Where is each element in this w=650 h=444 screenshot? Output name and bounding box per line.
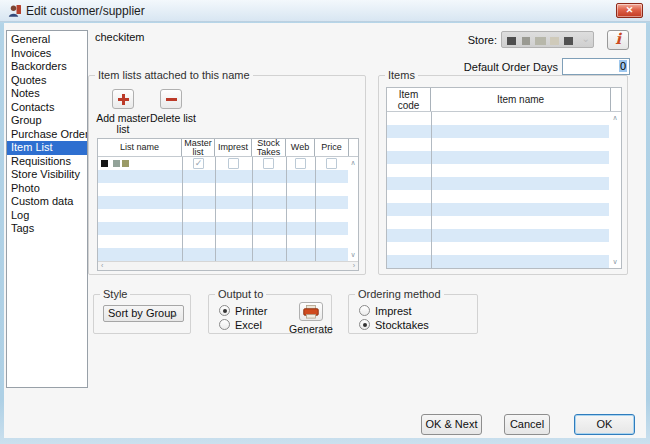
radio-selected-icon (359, 319, 370, 330)
item-lists-legend: Item lists attached to this name (95, 69, 253, 81)
column-header-item-code: Item code (387, 88, 431, 111)
column-divider (286, 157, 287, 261)
chevron-down-icon: ⌄ (582, 33, 590, 44)
close-button[interactable]: ✕ (616, 3, 643, 18)
column-divider (315, 157, 316, 261)
empty-row (387, 255, 611, 268)
add-master-list-button[interactable] (112, 89, 134, 109)
ok-and-next-button[interactable]: OK & Next (421, 414, 482, 435)
scroll-up-icon[interactable]: ∧ (609, 114, 621, 122)
items-table-header: Item code Item name (387, 88, 621, 112)
category-list: General Invoices Backorders Quotes Notes… (6, 30, 88, 388)
column-header-filler (611, 88, 621, 111)
items-table: Item code Item name ∧ ∨ (386, 87, 622, 269)
style-legend: Style (100, 288, 130, 300)
default-order-days-label: Default Order Days (424, 61, 558, 73)
store-label: Store: (442, 34, 497, 46)
item-lists-table-header: List name Master list Imprest Stock Take… (98, 139, 358, 157)
scroll-up-icon[interactable]: ∧ (348, 159, 358, 167)
empty-row (387, 164, 611, 177)
item-lists-rows: ✓ (98, 157, 349, 261)
empty-row (387, 112, 611, 125)
delete-list-button[interactable] (160, 89, 182, 109)
scroll-down-icon[interactable]: ∨ (348, 251, 358, 259)
price-checkbox[interactable] (326, 158, 337, 169)
item-lists-table: List name Master list Imprest Stock Take… (97, 138, 359, 271)
item-lists-empty-rows (98, 170, 349, 261)
output-legend: Output to (215, 288, 266, 300)
column-divider (431, 112, 432, 268)
redacted-text (522, 37, 530, 45)
column-header-web: Web (286, 139, 315, 156)
empty-row (387, 138, 611, 151)
sidebar-item-tags[interactable]: Tags (7, 222, 87, 236)
cancel-button[interactable]: Cancel (504, 414, 550, 435)
empty-row (387, 190, 611, 203)
column-divider (215, 157, 216, 261)
sidebar-item-backorders[interactable]: Backorders (7, 60, 87, 74)
sidebar-item-purchase-orders[interactable]: Purchase Orders (7, 128, 87, 142)
column-header-master-list: Master list (182, 139, 215, 156)
empty-row (98, 183, 349, 196)
radio-unselected-icon (219, 319, 230, 330)
scroll-right-icon[interactable]: › (353, 262, 355, 270)
output-group: Output to Printer Excel Generate (208, 294, 332, 334)
column-header-list-name: List name (98, 139, 182, 156)
column-header-imprest: Imprest (215, 139, 252, 156)
generate-button[interactable] (299, 302, 323, 321)
master-list-checkbox[interactable]: ✓ (193, 158, 204, 169)
items-group: Items Item code Item name ∧ ∨ (378, 75, 628, 275)
sidebar-item-log[interactable]: Log (7, 209, 87, 223)
vertical-scrollbar[interactable]: ∧ ∨ (609, 112, 621, 268)
horizontal-scrollbar[interactable]: ‹ › (98, 261, 358, 270)
column-header-stock-takes: Stock Takes (252, 139, 286, 156)
default-order-days-input[interactable]: 0 (562, 58, 630, 75)
plus-icon (117, 93, 130, 106)
web-checkbox[interactable] (295, 158, 306, 169)
sort-style-select[interactable]: Sort by Group ⌄ (103, 305, 184, 322)
column-header-item-name: Item name (431, 88, 611, 111)
item-lists-group: Item lists attached to this name Add mas… (88, 75, 366, 275)
redacted-list-name (101, 160, 108, 167)
scroll-left-icon[interactable]: ‹ (101, 262, 103, 270)
column-header-filler (349, 139, 358, 156)
sidebar-item-custom-data[interactable]: Custom data (7, 195, 87, 209)
table-row[interactable]: ✓ (98, 157, 349, 170)
empty-row (98, 196, 349, 209)
window-title: Edit customer/supplier (26, 4, 145, 18)
empty-row (387, 229, 611, 242)
sidebar-item-store-visibility[interactable]: Store Visibility (7, 168, 87, 182)
empty-row (98, 222, 349, 235)
info-button[interactable]: i (607, 30, 629, 50)
radio-unselected-icon (359, 305, 370, 316)
redacted-text (535, 37, 546, 45)
imprest-radio-label: Imprest (375, 305, 412, 317)
imprest-checkbox[interactable] (228, 158, 239, 169)
sidebar-item-requisitions[interactable]: Requisitions (7, 155, 87, 169)
sidebar-item-notes[interactable]: Notes (7, 87, 87, 101)
sidebar-item-quotes[interactable]: Quotes (7, 74, 87, 88)
default-order-days-value: 0 (619, 60, 627, 72)
empty-row (387, 125, 611, 138)
sidebar-item-group[interactable]: Group (7, 114, 87, 128)
sidebar-item-invoices[interactable]: Invoices (7, 47, 87, 61)
empty-row (98, 209, 349, 222)
dialog-body: General Invoices Backorders Quotes Notes… (4, 23, 646, 438)
ok-button[interactable]: OK (574, 414, 635, 435)
chevron-down-icon: ⌄ (171, 306, 179, 321)
items-rows (387, 112, 611, 268)
printer-radio-label: Printer (235, 305, 267, 317)
sidebar-item-item-list[interactable]: Item List (7, 141, 87, 155)
vertical-scrollbar[interactable]: ∧ ∨ (348, 157, 358, 261)
scroll-down-icon[interactable]: ∨ (609, 258, 621, 266)
store-select[interactable]: ⌄ (501, 31, 594, 48)
items-empty-rows (387, 112, 611, 268)
stock-takes-checkbox[interactable] (263, 158, 274, 169)
sidebar-item-general[interactable]: General (7, 33, 87, 47)
redacted-text (564, 37, 573, 45)
redacted-text (507, 37, 516, 45)
sidebar-item-contacts[interactable]: Contacts (7, 101, 87, 115)
titlebar: Edit customer/supplier ✕ (0, 0, 650, 22)
sort-style-value: Sort by Group (108, 307, 176, 319)
sidebar-item-photo[interactable]: Photo (7, 182, 87, 196)
